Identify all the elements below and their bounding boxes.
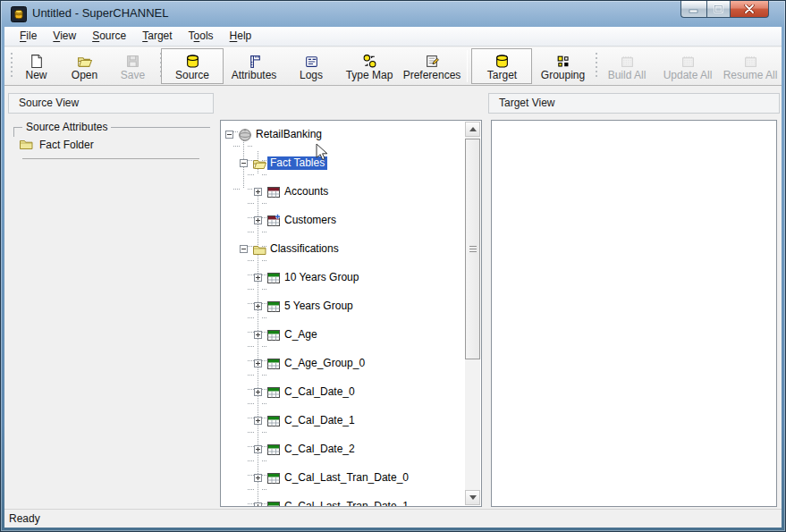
folder-icon [19,137,33,154]
toolbar: NewOpenSaveSourceAttributesLogsType MapP… [4,47,782,86]
tree-node-c-cal-year[interactable]: C_Cal_Year [221,353,466,367]
update-all-button: Update All [656,48,719,84]
build-icon [680,51,696,69]
ruler-icon [247,51,262,69]
toolbar-button-label: Build All [608,69,647,82]
menu-file[interactable]: File [12,27,45,46]
tree-node-c-dayofmonth[interactable]: C_DayOfMonth [221,382,466,396]
grouping-button[interactable]: Grouping [532,48,593,84]
grouping-icon [555,51,570,69]
source-view-header: Source View [8,93,214,114]
menu-target[interactable]: Target [134,27,180,46]
scroll-up-button[interactable] [465,122,480,137]
type-map-icon [362,51,377,69]
fact-folder-label: Fact Folder [39,139,94,151]
target-tree[interactable] [491,120,777,507]
build-all-button: Build All [597,48,656,84]
open-folder-icon [77,51,92,69]
preferences-button[interactable]: Preferences [401,48,463,84]
open-button[interactable]: Open [61,48,109,84]
fact-folder-item[interactable]: Fact Folder [19,138,94,152]
build-icon [743,51,758,69]
tree-node-c-cal-last-tran-year[interactable]: C_Cal_Last_Tran_Year [221,339,466,353]
type-map-button[interactable]: Type Map [338,48,401,84]
db-cylinder-icon [494,51,510,69]
logs-button[interactable]: Logs [284,48,338,84]
status-bar: Ready [4,509,782,528]
toolbar-button-label: Update All [663,69,713,82]
toolbar-button-label: New [26,69,47,82]
tree-node-classifications[interactable]: Classifications [221,182,466,196]
tree-node-c-age-group-0[interactable]: C_Age_Group_0 [221,239,466,253]
preferences-icon [425,51,440,69]
tree-node-10-years-group[interactable]: 10 Years Group [221,196,466,210]
attributes-button[interactable]: Attributes [224,48,284,84]
tree-node-retailbanking[interactable]: RetailBanking [221,124,466,139]
tree-node-fact-tables[interactable]: Fact Tables [221,139,466,153]
menu-source[interactable]: Source [84,27,134,46]
tree-node-c-cust-mail-indicator[interactable]: C_Cust_Mail_Indicator [221,367,466,382]
toolbar-button-label: Type Map [346,69,393,82]
scroll-down-button[interactable] [465,490,480,505]
toolbar-button-label: Resume All [723,69,778,82]
menu-tools[interactable]: Tools [181,27,222,46]
tree-node-c-fin-year[interactable]: C_Fin_Year [221,496,466,507]
toolbar-button-label: Grouping [541,69,585,82]
tree-node-c-cal-last-tran-date-2[interactable]: C_Cal_Last_Tran_Date_2 [221,325,466,339]
tree-node-c-cal-last-tran-date-0[interactable]: C_Cal_Last_Tran_Date_0 [221,296,466,310]
maximize-button[interactable] [706,1,731,18]
log-book-icon [304,51,319,69]
floppy-icon [125,51,140,69]
tree-node-c-fin-date-0[interactable]: C_Fin_Date_0 [221,396,466,410]
menu-help[interactable]: Help [222,27,260,46]
tree-node-c-cal-date-2[interactable]: C_Cal_Date_2 [221,282,466,296]
minimize-button[interactable] [680,1,706,18]
app-window: Untitled - SuperCHANNEL FileViewSourceTa… [0,0,786,532]
tree-node-c-cal-last-tran-date-1[interactable]: C_Cal_Last_Tran_Date_1 [221,310,466,325]
tree-node-c-fin-last-tran-year[interactable]: C_Fin_Last_Tran_Year [221,482,466,496]
tree-node-c-fin-last-tran-date-0[interactable]: C_Fin_Last_Tran_Date_0 [221,439,466,453]
toolbar-button-label: Target [487,69,517,82]
tree-node-customers[interactable]: Customers [221,167,466,182]
left-panel-divider [22,158,199,159]
tree-node-5-years-group[interactable]: 5 Years Group [221,210,466,224]
window-title: Untitled - SuperCHANNEL [32,1,168,26]
source-attributes-group: Source Attributes [13,127,210,183]
build-icon [620,51,635,69]
save-button: Save [109,48,157,84]
app-logo-icon [11,6,27,22]
source-button[interactable]: Source [161,48,224,84]
collapse-icon[interactable] [225,131,233,139]
close-button[interactable] [731,1,769,18]
new-button[interactable]: New [13,48,61,84]
target-button[interactable]: Target [471,48,532,84]
tree-node-c-fin-last-tran-date-2[interactable]: C_Fin_Last_Tran_Date_2 [221,468,466,482]
toolbar-button-label: Source [175,69,209,82]
toolbar-button-label: Attributes [232,69,277,82]
scrollbar-thumb[interactable] [465,139,480,359]
source-tree[interactable]: RetailBankingFact Tables Accounts Custom… [220,120,482,507]
tree-node-c-fin-date-1[interactable]: C_Fin_Date_1 [221,410,466,425]
tree-node-c-cal-date-0[interactable]: C_Cal_Date_0 [221,253,466,267]
tree-node-c-cal-date-1[interactable]: C_Cal_Date_1 [221,267,466,282]
tree-node-accounts[interactable]: Accounts [221,153,466,167]
new-page-icon [29,51,44,69]
tree-scrollbar[interactable] [465,122,480,505]
tree-node-c-fin-last-tran-date-1[interactable]: C_Fin_Last_Tran_Date_1 [221,453,466,468]
title-bar[interactable]: Untitled - SuperCHANNEL [4,1,782,27]
menu-bar: FileViewSourceTargetToolsHelp [4,27,782,46]
menu-view[interactable]: View [45,27,84,46]
toolbar-button-label: Logs [300,69,323,82]
source-attributes-label: Source Attributes [22,121,111,133]
toolbar-button-label: Open [72,69,97,82]
db-cylinder-icon [185,51,200,69]
tree-node-c-fin-date-2[interactable]: C_Fin_Date_2 [221,425,466,439]
client-area: FileViewSourceTargetToolsHelp NewOpenSav… [4,27,782,528]
tree-node-c-age[interactable]: C_Age [221,224,466,239]
target-view-header: Target View [488,93,780,114]
toolbar-separator [467,50,468,82]
resume-all-button: Resume All [719,48,782,84]
toolbar-button-label: Preferences [403,69,461,82]
status-text: Ready [9,512,40,525]
mouse-cursor-icon [316,143,332,163]
